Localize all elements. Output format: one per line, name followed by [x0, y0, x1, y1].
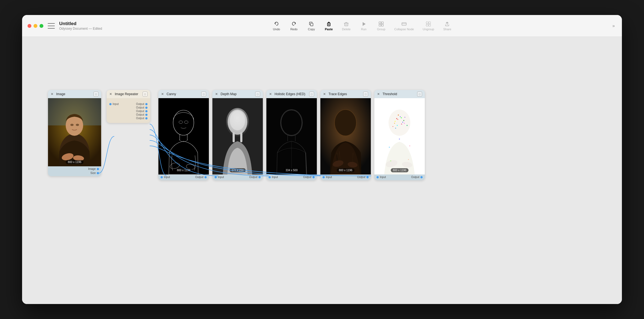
repeater-out-port-4[interactable]	[145, 114, 148, 116]
redo-button[interactable]: Redo	[286, 19, 302, 32]
repeater-out-port-1[interactable]	[145, 103, 148, 105]
canny-size-badge: 800 x 1196	[175, 168, 193, 172]
ungroup-button[interactable]: Ungroup	[419, 19, 438, 32]
threshold-input-label: Input	[380, 176, 386, 179]
share-button[interactable]: Share	[439, 19, 455, 32]
canny-node[interactable]: ✕ Canny □	[158, 90, 209, 180]
canny-node-footer: Input Output	[158, 174, 209, 180]
image-node-header: ✕ Image □	[48, 90, 101, 98]
threshold-node[interactable]: ✕ Threshold □	[374, 90, 425, 180]
repeater-out-port-3[interactable]	[145, 110, 148, 112]
hed-input-label: Input	[272, 176, 278, 179]
hed-node-title: Holistic Edges (HED)	[275, 92, 305, 96]
trace-node-preview: 800 x 1196	[320, 98, 371, 174]
size-output-port[interactable]	[97, 172, 99, 174]
threshold-node-footer: Input Output	[374, 174, 425, 180]
image-node[interactable]: ✕ Image □	[48, 90, 101, 176]
more-button[interactable]: »	[611, 22, 616, 30]
copy-button[interactable]: Copy	[303, 19, 320, 32]
collapse-button[interactable]: Collapse Node	[390, 19, 418, 32]
repeater-out-port-2[interactable]	[145, 107, 148, 109]
image-node-preview: 800 x 1196	[48, 98, 101, 166]
threshold-output-label: Output	[411, 176, 419, 179]
canny-node-title: Canny	[167, 92, 176, 96]
svg-rect-11	[379, 24, 381, 26]
svg-point-61	[408, 159, 409, 160]
depthmap-node-menu[interactable]: □	[255, 92, 260, 97]
threshold-node-menu[interactable]: □	[417, 92, 422, 97]
undo-button[interactable]: Undo	[268, 19, 285, 32]
svg-point-57	[393, 126, 393, 127]
svg-rect-9	[379, 22, 381, 24]
svg-point-36	[230, 111, 245, 130]
image-node-icon: ✕	[51, 92, 55, 96]
svg-point-60	[390, 160, 391, 161]
trace-input-port[interactable]	[323, 176, 325, 178]
svg-point-55	[405, 117, 405, 118]
svg-point-49	[400, 116, 401, 117]
canny-node-header: ✕ Canny □	[158, 90, 209, 98]
trace-node-icon: ✕	[323, 92, 327, 96]
threshold-input-port[interactable]	[377, 176, 379, 178]
hed-output-port[interactable]	[312, 176, 315, 178]
repeater-node-header: ✕ Image Repeater □	[107, 90, 150, 98]
doc-subtitle: Odyssey Document — Edited	[59, 27, 102, 31]
trace-size-badge: 800 x 1196	[337, 168, 355, 172]
canvas-area[interactable]: ✕ Image □	[22, 37, 622, 304]
svg-point-62	[399, 139, 400, 140]
repeater-node-icon: ✕	[109, 92, 113, 96]
threshold-size-badge: 800 x 1196	[391, 168, 409, 172]
repeater-node[interactable]: ✕ Image Repeater □ Input Output Output	[107, 90, 150, 123]
canny-node-menu[interactable]: □	[201, 92, 206, 97]
repeater-input-port[interactable]	[109, 103, 112, 105]
trace-node-footer: Input Output	[320, 174, 371, 180]
repeater-outputs: Output Output Output Output Output	[136, 103, 148, 120]
repeater-out-port-5[interactable]	[145, 117, 148, 119]
image-node-footer: Image Size	[48, 166, 101, 176]
depthmap-input-label: Input	[218, 176, 224, 179]
ungroup-label: Ungroup	[423, 28, 434, 31]
doc-title: Untitled	[59, 21, 102, 26]
collapse-label: Collapse Node	[394, 28, 414, 31]
svg-rect-15	[426, 22, 428, 24]
hed-output-label: Output	[303, 176, 311, 179]
sidebar-toggle[interactable]	[48, 23, 55, 29]
repeater-node-menu[interactable]: □	[143, 92, 148, 97]
image-node-menu[interactable]: □	[94, 92, 98, 97]
repeater-input-label: Input	[113, 103, 119, 106]
group-button[interactable]: Group	[373, 19, 389, 32]
depthmap-input-port[interactable]	[215, 176, 217, 178]
repeater-out-5: Output	[136, 117, 144, 120]
image-output-port[interactable]	[97, 168, 99, 170]
close-button[interactable]	[28, 24, 31, 28]
delete-button[interactable]: Delete	[338, 19, 354, 32]
depthmap-output-port[interactable]	[258, 176, 261, 178]
image-size-badge: 800 x 1196	[66, 160, 84, 164]
paste-icon	[326, 21, 332, 27]
trace-output-port[interactable]	[366, 176, 369, 178]
depthmap-node[interactable]: ✕ Depth Map □	[212, 90, 263, 180]
paste-button[interactable]: Paste	[321, 19, 337, 32]
canny-output-port[interactable]	[204, 176, 207, 178]
image-node-title: Image	[56, 92, 65, 96]
depthmap-node-preview: 171 x 256	[212, 98, 263, 174]
svg-point-58	[389, 147, 390, 148]
run-button[interactable]: Run	[356, 19, 372, 32]
minimize-button[interactable]	[34, 24, 37, 28]
svg-point-45	[389, 110, 410, 136]
maximize-button[interactable]	[40, 24, 43, 28]
svg-rect-12	[381, 24, 383, 26]
trace-node[interactable]: ✕ Trace Edges □	[320, 90, 371, 180]
hed-input-port[interactable]	[269, 176, 271, 178]
undo-icon	[273, 21, 279, 27]
hed-node[interactable]: ✕ Holistic Edges (HED) □	[266, 90, 317, 180]
canny-input-port[interactable]	[161, 176, 163, 178]
threshold-output-port[interactable]	[420, 176, 423, 178]
svg-point-66	[395, 121, 396, 122]
repeater-content: Input Output Output Output Output Output	[107, 98, 150, 123]
threshold-node-header: ✕ Threshold □	[374, 90, 425, 98]
svg-point-25	[70, 124, 74, 126]
trace-node-menu[interactable]: □	[363, 92, 368, 97]
svg-point-52	[401, 124, 402, 125]
hed-node-menu[interactable]: □	[309, 92, 314, 97]
